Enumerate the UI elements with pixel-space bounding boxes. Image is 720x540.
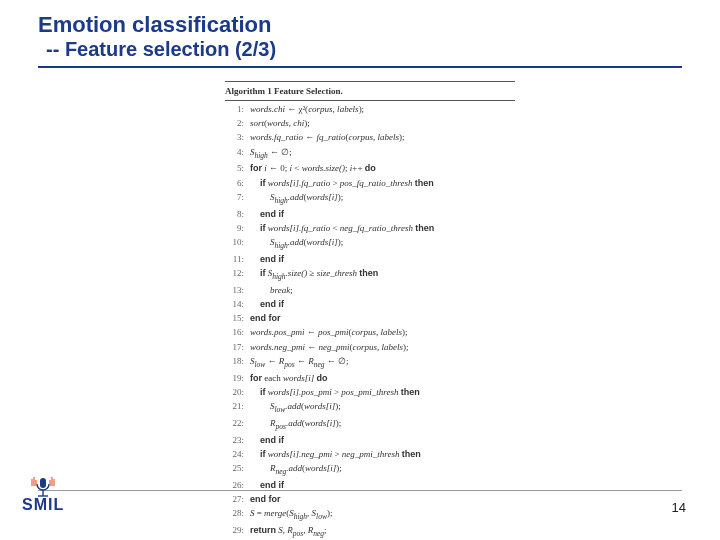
algo-line: 23:end if [225, 433, 515, 447]
algo-line: 19:for each words[i] do [225, 371, 515, 385]
algo-line-number: 1: [225, 102, 249, 116]
algo-line-code: words.neg_pmi ← neg_pmi(corpus, labels); [249, 340, 515, 354]
algo-line-number: 12: [225, 266, 249, 283]
algo-line-number: 5: [225, 161, 249, 175]
brand-text: SMIL [22, 496, 64, 514]
algo-line-number: 29: [225, 523, 249, 540]
svg-rect-0 [40, 478, 46, 488]
algo-line-number: 4: [225, 145, 249, 162]
algo-rule-top [225, 81, 515, 82]
page-number: 14 [672, 500, 686, 515]
algo-line-number: 20: [225, 385, 249, 399]
algo-line: 20:if words[i].pos_pmi > pos_pmi_thresh … [225, 385, 515, 399]
microphone-icon [29, 476, 57, 498]
algo-caption: Algorithm 1 Feature Selection. [225, 83, 515, 99]
algo-line-code: return S, Rpos, Rneg; [249, 523, 515, 540]
algo-line: 15:end for [225, 311, 515, 325]
algo-line-code: Rneg.add(words[i]); [249, 461, 515, 478]
algo-line-number: 7: [225, 190, 249, 207]
algo-line-code: sort(words, chi); [249, 116, 515, 130]
algo-line-code: end if [249, 433, 515, 447]
slide-subtitle: -- Feature selection (2/3) [46, 38, 276, 61]
algo-line-code: Slow.add(words[i]); [249, 399, 515, 416]
algo-line: 8:end if [225, 207, 515, 221]
algo-line-number: 19: [225, 371, 249, 385]
slide: Emotion classification -- Feature select… [0, 0, 720, 540]
algo-line-number: 21: [225, 399, 249, 416]
algo-line-code: if words[i].neg_pmi > neg_pmi_thresh the… [249, 447, 515, 461]
algo-line-number: 25: [225, 461, 249, 478]
algo-line-code: break; [249, 283, 515, 297]
algo-line-code: words.chi ← χ²(corpus, labels); [249, 102, 515, 116]
algo-line-code: if words[i].pos_pmi > pos_pmi_thresh the… [249, 385, 515, 399]
algo-line: 2:sort(words, chi); [225, 116, 515, 130]
algo-line-code: S = merge(Shigh, Slow); [249, 506, 515, 523]
algo-line-code: end for [249, 311, 515, 325]
algo-line-number: 2: [225, 116, 249, 130]
algo-line: 21:Slow.add(words[i]); [225, 399, 515, 416]
algo-line-code: for i ← 0; i < words.size(); i++ do [249, 161, 515, 175]
algo-line-code: if words[i].fq_ratio < neg_fq_ratio_thre… [249, 221, 515, 235]
algo-line: 25:Rneg.add(words[i]); [225, 461, 515, 478]
algo-line-number: 9: [225, 221, 249, 235]
footer-divider [38, 490, 682, 491]
algo-line-number: 11: [225, 252, 249, 266]
algo-line-number: 22: [225, 416, 249, 433]
algo-line: 29:return S, Rpos, Rneg; [225, 523, 515, 540]
algo-line-code: end if [249, 207, 515, 221]
algo-line-number: 17: [225, 340, 249, 354]
algo-line-number: 8: [225, 207, 249, 221]
algo-lines: 1:words.chi ← χ²(corpus, labels);2:sort(… [225, 102, 515, 540]
algo-line: 4:Shigh ← ∅; [225, 145, 515, 162]
algo-line: 13:break; [225, 283, 515, 297]
algo-line: 6:if words[i].fq_ratio > pos_fq_ratio_th… [225, 176, 515, 190]
algo-line: 9:if words[i].fq_ratio < neg_fq_ratio_th… [225, 221, 515, 235]
algo-line: 11:end if [225, 252, 515, 266]
algo-line-code: Rpos.add(words[i]); [249, 416, 515, 433]
algo-line-number: 15: [225, 311, 249, 325]
algo-line: 14:end if [225, 297, 515, 311]
algo-line: 7:Shigh.add(words[i]); [225, 190, 515, 207]
algo-line-number: 16: [225, 325, 249, 339]
algo-line-code: for each words[i] do [249, 371, 515, 385]
algo-line-code: end if [249, 252, 515, 266]
algo-line-code: words.fq_ratio ← fq_ratio(corpus, labels… [249, 130, 515, 144]
algo-line-code: end for [249, 492, 515, 506]
slide-title: Emotion classification [38, 12, 272, 38]
algo-line-number: 18: [225, 354, 249, 371]
algo-line: 16:words.pos_pmi ← pos_pmi(corpus, label… [225, 325, 515, 339]
title-divider [38, 66, 682, 68]
algo-line-number: 10: [225, 235, 249, 252]
algo-line: 1:words.chi ← χ²(corpus, labels); [225, 102, 515, 116]
algo-line: 24:if words[i].neg_pmi > neg_pmi_thresh … [225, 447, 515, 461]
algo-line-code: if Shigh.size() ≥ size_thresh then [249, 266, 515, 283]
algo-line: 28:S = merge(Shigh, Slow); [225, 506, 515, 523]
algo-line-number: 24: [225, 447, 249, 461]
algo-line-number: 27: [225, 492, 249, 506]
algo-rule-mid [225, 100, 515, 101]
algo-line-code: Shigh ← ∅; [249, 145, 515, 162]
algo-line-number: 6: [225, 176, 249, 190]
algo-line-number: 14: [225, 297, 249, 311]
algorithm-box: Algorithm 1 Feature Selection. 1:words.c… [225, 80, 515, 540]
algo-line: 5:for i ← 0; i < words.size(); i++ do [225, 161, 515, 175]
algo-line-code: if words[i].fq_ratio > pos_fq_ratio_thre… [249, 176, 515, 190]
algo-line: 3:words.fq_ratio ← fq_ratio(corpus, labe… [225, 130, 515, 144]
algo-line-code: words.pos_pmi ← pos_pmi(corpus, labels); [249, 325, 515, 339]
algo-line-code: Shigh.add(words[i]); [249, 190, 515, 207]
algo-line: 27:end for [225, 492, 515, 506]
algo-line-number: 28: [225, 506, 249, 523]
algo-line-number: 3: [225, 130, 249, 144]
algo-line: 12:if Shigh.size() ≥ size_thresh then [225, 266, 515, 283]
algo-line-code: Slow ← Rpos ← Rneg ← ∅; [249, 354, 515, 371]
algo-line: 17:words.neg_pmi ← neg_pmi(corpus, label… [225, 340, 515, 354]
algo-line-number: 23: [225, 433, 249, 447]
algo-line-number: 13: [225, 283, 249, 297]
algo-line-code: end if [249, 297, 515, 311]
algo-line: 18:Slow ← Rpos ← Rneg ← ∅; [225, 354, 515, 371]
algo-line: 10:Shigh.add(words[i]); [225, 235, 515, 252]
algo-line: 22:Rpos.add(words[i]); [225, 416, 515, 433]
brand-logo: SMIL [22, 476, 64, 514]
algo-line-code: Shigh.add(words[i]); [249, 235, 515, 252]
